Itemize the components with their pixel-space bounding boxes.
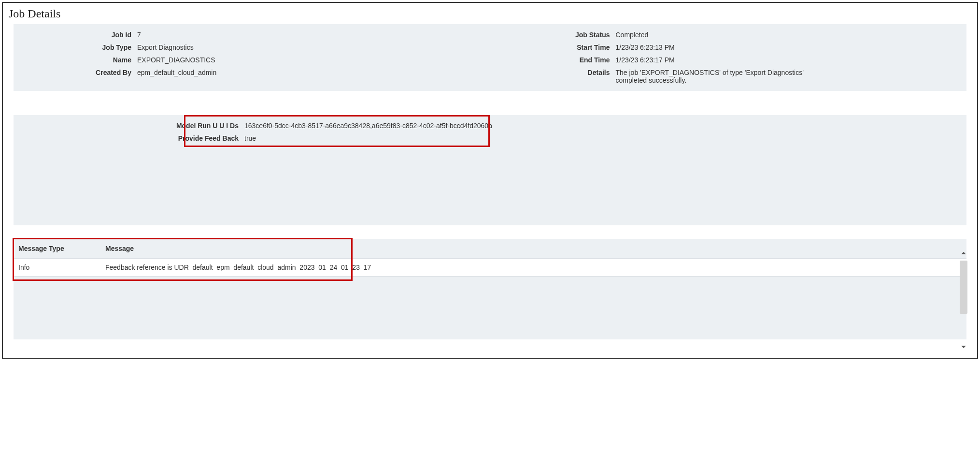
start-time-value: 1/23/23 6:23:13 PM (616, 44, 824, 51)
scroll-track[interactable] (960, 259, 967, 343)
job-summary-panel: Job Id 7 Job Status Completed Job Type E… (14, 24, 966, 91)
scrollbar[interactable] (959, 249, 968, 352)
end-time-value: 1/23/23 6:23:17 PM (616, 56, 824, 64)
message-type-cell: Info (14, 259, 100, 277)
model-run-uuids-value: 163ce6f0-5dcc-4cb3-8517-a66ea9c38428,a6e… (244, 122, 959, 130)
scroll-down-button[interactable] (960, 343, 967, 352)
details-value: The job 'EXPORT_DIAGNOSTICS' of type 'Ex… (616, 69, 824, 84)
job-params-panel: Model Run U U I Ds 163ce6f0-5dcc-4cb3-85… (14, 115, 966, 225)
job-type-value: Export Diagnostics (137, 44, 490, 51)
job-details-window: Job Details Job Id 7 Job Status Complete… (2, 2, 978, 359)
details-label: Details (490, 69, 616, 84)
created-by-label: Created By (21, 69, 137, 76)
provide-feedback-value: true (244, 134, 959, 142)
col-message[interactable]: Message (100, 239, 966, 259)
job-status-value: Completed (616, 31, 824, 39)
messages-table-area: Message Type Message Info Feedback refer… (14, 239, 966, 277)
job-id-value: 7 (137, 31, 490, 39)
start-time-label: Start Time (490, 44, 616, 51)
scroll-thumb[interactable] (960, 261, 967, 314)
job-type-label: Job Type (21, 44, 137, 51)
provide-feedback-label: Provide Feed Back (21, 134, 244, 142)
table-header-row: Message Type Message (14, 239, 966, 259)
created-by-value: epm_default_cloud_admin (137, 69, 490, 76)
messages-table: Message Type Message Info Feedback refer… (14, 239, 966, 277)
chevron-up-icon (960, 249, 967, 257)
empty-table-area (14, 277, 966, 339)
highlight-annotation (184, 115, 490, 147)
col-message-type[interactable]: Message Type (14, 239, 100, 259)
model-run-uuids-label: Model Run U U I Ds (21, 122, 244, 130)
end-time-label: End Time (490, 56, 616, 64)
page-title: Job Details (9, 7, 972, 20)
name-label: Name (21, 56, 137, 64)
table-row[interactable]: Info Feedback reference is UDR_default_e… (14, 259, 966, 277)
chevron-down-icon (960, 343, 967, 351)
job-id-label: Job Id (21, 31, 137, 39)
scroll-up-button[interactable] (960, 249, 967, 259)
name-value: EXPORT_DIAGNOSTICS (137, 56, 490, 64)
job-status-label: Job Status (490, 31, 616, 39)
message-cell: Feedback reference is UDR_default_epm_de… (100, 259, 966, 277)
